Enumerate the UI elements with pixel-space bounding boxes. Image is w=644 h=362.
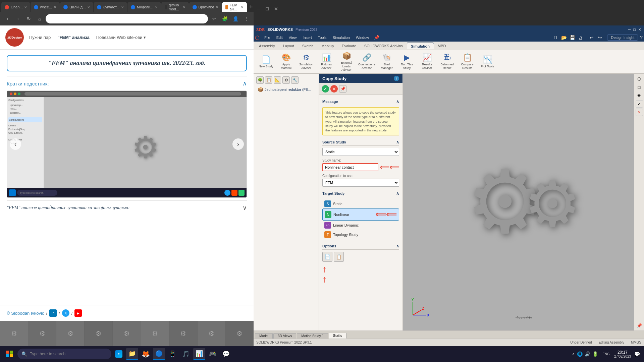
deformed-result-btn[interactable]: 🗜 Deformed Result bbox=[437, 52, 457, 72]
results-advisor-btn[interactable]: 📈 Results Advisor bbox=[417, 52, 437, 72]
status-tab-static[interactable]: Static bbox=[329, 333, 346, 339]
rs-icon-5[interactable]: ✕ bbox=[636, 109, 643, 116]
target-item-topology[interactable]: T Topology Study bbox=[322, 230, 399, 239]
youtube-icon[interactable]: ▶ bbox=[74, 309, 82, 317]
tab[interactable]: github mod... ✕ bbox=[161, 2, 189, 12]
option-btn-1[interactable]: 📄 bbox=[322, 252, 332, 262]
target-item-linear-dynamic[interactable]: LD Linear Dynamic bbox=[322, 221, 399, 230]
notification-button[interactable]: 💬 bbox=[633, 350, 641, 358]
apply-material-btn[interactable]: 🎨 Apply Material bbox=[276, 52, 296, 72]
sw-qa-save[interactable]: 💾 bbox=[569, 35, 576, 40]
tab-evaluate[interactable]: Evaluate bbox=[338, 43, 360, 49]
sw-qa-print[interactable]: 🖨 bbox=[577, 35, 584, 40]
address-bar[interactable]: file:///F:/Skolska_2022_2023/Web/modelir… bbox=[46, 14, 208, 23]
taskbar-icon-chrome[interactable]: 🔵 bbox=[153, 348, 165, 360]
home-button[interactable]: ⌂ bbox=[35, 14, 44, 23]
panel-info-button[interactable]: ? bbox=[394, 76, 399, 81]
sw-minimize-icon[interactable]: ─ bbox=[628, 27, 631, 32]
thumb-8[interactable]: ⚙ bbox=[198, 321, 226, 346]
sw-menu-edit[interactable]: Edit bbox=[274, 35, 285, 40]
tree-icon-4[interactable]: ⚙ bbox=[282, 76, 290, 84]
taskbar-icon-app3[interactable]: 📊 bbox=[193, 348, 205, 360]
extensions-button[interactable]: 🧩 bbox=[220, 14, 229, 23]
accordion-header-1[interactable]: Кратки подсетник: ∧ bbox=[7, 76, 247, 90]
tab-active[interactable]: FEM ан... ✕ bbox=[222, 2, 247, 12]
back-button[interactable]: ‹ bbox=[3, 14, 12, 23]
status-tab-3dviews[interactable]: 3D Views bbox=[273, 333, 296, 339]
target-study-collapse-icon[interactable]: ∧ bbox=[396, 191, 399, 196]
rs-icon-1[interactable]: ⬡ bbox=[636, 75, 643, 82]
thumb-5[interactable]: ⚙ bbox=[113, 321, 141, 346]
tab-close-7[interactable]: ✕ bbox=[216, 5, 218, 9]
sw-menu-tools[interactable]: Tools bbox=[315, 35, 329, 40]
sw-menu-window[interactable]: Window bbox=[353, 35, 372, 40]
taskbar-icon-edge[interactable]: e bbox=[113, 348, 125, 360]
tree-icon-3[interactable]: 📐 bbox=[274, 76, 281, 84]
tray-chevron[interactable]: ∧ bbox=[572, 352, 575, 356]
tab-close-active[interactable]: ✕ bbox=[241, 5, 244, 9]
taskbar-search-bar[interactable]: 🔍 Type here to search bbox=[17, 349, 111, 359]
source-study-collapse-icon[interactable]: ∧ bbox=[396, 140, 399, 144]
twitter-icon[interactable]: 𝕏 bbox=[62, 309, 69, 317]
profile-button[interactable]: 👤 bbox=[231, 14, 240, 23]
tab[interactable]: Модели... ✕ bbox=[127, 2, 161, 12]
taskbar-icon-app4[interactable]: 🎮 bbox=[207, 348, 219, 360]
thumb-7[interactable]: ⚙ bbox=[169, 321, 198, 346]
tab-assembly[interactable]: Assembly bbox=[255, 43, 279, 49]
linkedin-icon[interactable]: in bbox=[49, 309, 57, 317]
run-study-btn[interactable]: ▶ Run This Study bbox=[397, 52, 417, 72]
tab-close-5[interactable]: ✕ bbox=[155, 5, 158, 9]
connections-advisor-btn[interactable]: 🔗 Connections Advisor bbox=[357, 52, 376, 72]
tab[interactable]: Зупчаст... ✕ bbox=[94, 2, 127, 12]
new-tab-button[interactable]: + bbox=[247, 2, 255, 12]
panel-cancel-button[interactable]: ✕ bbox=[330, 85, 338, 93]
option-btn-2[interactable]: 📋 bbox=[334, 252, 344, 262]
accordion-header-2[interactable]: "FEM" анализе цилиндричних зупчаника са … bbox=[7, 201, 247, 215]
bookmark-button[interactable]: ☆ bbox=[209, 14, 219, 23]
tab-markup[interactable]: Markup bbox=[317, 43, 338, 49]
forward-button[interactable]: › bbox=[13, 14, 23, 23]
thumb-1[interactable]: ⚙ bbox=[0, 321, 28, 346]
nav-link-2[interactable]: "FEM" анализа bbox=[57, 35, 89, 40]
tree-icon-1[interactable]: 🌳 bbox=[256, 76, 264, 84]
taskbar-icon-app5[interactable]: 💬 bbox=[220, 348, 232, 360]
tab-sketch[interactable]: Sketch bbox=[298, 43, 318, 49]
tab-close-3[interactable]: ✕ bbox=[87, 5, 90, 9]
minimize-btn[interactable]: ─ bbox=[255, 5, 263, 12]
rs-icon-6[interactable]: 📌 bbox=[636, 322, 643, 329]
sw-qa-open[interactable]: 📂 bbox=[560, 35, 568, 40]
status-tab-model[interactable]: Model bbox=[255, 333, 273, 339]
carousel-next-button[interactable]: › bbox=[232, 138, 244, 150]
tab-simulation[interactable]: Simulation bbox=[407, 43, 434, 49]
plot-tools-btn[interactable]: 📉 Plot Tools bbox=[478, 52, 497, 71]
shell-manager-btn[interactable]: 🐚 Shell Manager bbox=[377, 52, 396, 72]
tree-icon-2[interactable]: 📋 bbox=[265, 76, 272, 84]
rs-icon-3[interactable]: 👁 bbox=[636, 92, 643, 99]
message-collapse-icon[interactable]: ∧ bbox=[396, 99, 399, 104]
start-button[interactable] bbox=[3, 348, 16, 360]
tab[interactable]: whee... ✕ bbox=[31, 2, 59, 12]
reload-button[interactable]: ↻ bbox=[24, 14, 34, 23]
external-loads-btn[interactable]: 📦 External Loads Advisor bbox=[337, 50, 356, 73]
design-insight-button[interactable]: Design Insight bbox=[607, 35, 638, 41]
tab-close-4[interactable]: ✕ bbox=[121, 5, 124, 9]
taskbar-icon-explorer[interactable]: 📁 bbox=[126, 348, 138, 360]
nav-link-1[interactable]: Пужни пар bbox=[29, 35, 51, 40]
thumb-6[interactable]: ⚙ bbox=[141, 321, 169, 346]
config-select[interactable]: FEM bbox=[322, 179, 399, 187]
carousel-prev-button[interactable]: ‹ bbox=[10, 138, 21, 150]
tab-close[interactable]: ✕ bbox=[24, 5, 27, 9]
sw-help-button[interactable]: ? bbox=[640, 35, 643, 40]
tab[interactable]: Цилинд... ✕ bbox=[60, 2, 94, 12]
tab-add-ins[interactable]: SOLIDWORKS Add-Ins bbox=[360, 43, 407, 49]
tab-layout[interactable]: Layout bbox=[279, 43, 298, 49]
tab[interactable]: Вратило! ✕ bbox=[189, 2, 222, 12]
panel-pin-button[interactable]: 📌 bbox=[339, 85, 346, 93]
sw-qa-undo[interactable]: ↩ bbox=[588, 35, 595, 40]
rs-icon-4[interactable]: ✓ bbox=[636, 100, 643, 108]
feature-tree-item[interactable]: 📦 Jednostepeni reduktor (FE... bbox=[256, 86, 316, 93]
sw-restore-icon[interactable]: □ bbox=[633, 27, 636, 32]
sw-menu-insert[interactable]: Insert bbox=[300, 35, 315, 40]
tab-close-2[interactable]: ✕ bbox=[54, 5, 56, 9]
taskbar-icon-firefox[interactable]: 🦊 bbox=[140, 348, 152, 360]
